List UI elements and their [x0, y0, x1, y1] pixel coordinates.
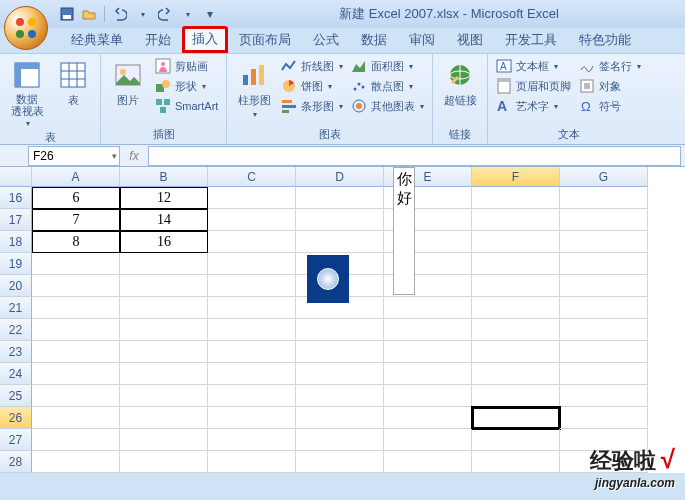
col-header-F[interactable]: F: [472, 167, 560, 187]
tab-special[interactable]: 特色功能: [568, 26, 642, 53]
pivot-table-button[interactable]: 数据 透视表 ▾: [6, 57, 48, 130]
clipart-button[interactable]: 剪贴画: [153, 57, 220, 75]
vertical-textbox[interactable]: 你 好: [393, 167, 415, 295]
cell[interactable]: [296, 341, 384, 363]
cell[interactable]: [560, 231, 648, 253]
headerfooter-button[interactable]: 页眉和页脚: [494, 77, 573, 95]
cell[interactable]: [296, 363, 384, 385]
row-header[interactable]: 22: [0, 319, 32, 341]
row-header[interactable]: 26: [0, 407, 32, 429]
cell[interactable]: [32, 253, 120, 275]
office-button[interactable]: [4, 6, 48, 50]
smartart-button[interactable]: SmartArt: [153, 97, 220, 115]
name-box[interactable]: F26 ▾: [28, 146, 120, 166]
cell[interactable]: [560, 385, 648, 407]
cell[interactable]: [560, 341, 648, 363]
tab-review[interactable]: 审阅: [398, 26, 446, 53]
tab-dev[interactable]: 开发工具: [494, 26, 568, 53]
cell[interactable]: [208, 385, 296, 407]
col-header-D[interactable]: D: [296, 167, 384, 187]
undo-icon[interactable]: [111, 5, 129, 23]
cell[interactable]: [120, 363, 208, 385]
cell[interactable]: [472, 319, 560, 341]
cell-B16[interactable]: 12: [120, 187, 208, 209]
area-chart-button[interactable]: 面积图▾: [349, 57, 426, 75]
picture-button[interactable]: 图片: [107, 57, 149, 110]
cell[interactable]: [296, 187, 384, 209]
cell[interactable]: [32, 319, 120, 341]
shapes-button[interactable]: 形状 ▾: [153, 77, 220, 95]
cell[interactable]: [208, 297, 296, 319]
cell-B18[interactable]: 16: [120, 231, 208, 253]
col-header-B[interactable]: B: [120, 167, 208, 187]
cell-B17[interactable]: 14: [120, 209, 208, 231]
cell[interactable]: [384, 407, 472, 429]
cell[interactable]: [208, 275, 296, 297]
cell[interactable]: [560, 209, 648, 231]
cell[interactable]: [120, 429, 208, 451]
row-header[interactable]: 17: [0, 209, 32, 231]
cell[interactable]: [296, 209, 384, 231]
redo-icon[interactable]: [156, 5, 174, 23]
cell[interactable]: [472, 341, 560, 363]
tab-insert[interactable]: 插入: [182, 26, 228, 53]
col-header-G[interactable]: G: [560, 167, 648, 187]
cell[interactable]: [296, 451, 384, 473]
cell[interactable]: [32, 363, 120, 385]
row-header[interactable]: 18: [0, 231, 32, 253]
symbol-button[interactable]: Ω符号: [577, 97, 643, 115]
bar-chart-button[interactable]: 条形图▾: [279, 97, 345, 115]
cell[interactable]: [384, 341, 472, 363]
cell-A18[interactable]: 8: [32, 231, 120, 253]
cell[interactable]: [32, 297, 120, 319]
cell[interactable]: [208, 407, 296, 429]
col-header-A[interactable]: A: [32, 167, 120, 187]
cell[interactable]: [560, 407, 648, 429]
cell[interactable]: [208, 231, 296, 253]
cell[interactable]: [296, 231, 384, 253]
tab-formula[interactable]: 公式: [302, 26, 350, 53]
cell[interactable]: [208, 319, 296, 341]
row-header[interactable]: 23: [0, 341, 32, 363]
formula-input[interactable]: [148, 146, 681, 166]
tab-home[interactable]: 开始: [134, 26, 182, 53]
table-button[interactable]: 表: [52, 57, 94, 110]
object-button[interactable]: 对象: [577, 77, 643, 95]
cell-A17[interactable]: 7: [32, 209, 120, 231]
cell[interactable]: [560, 319, 648, 341]
cell[interactable]: [120, 297, 208, 319]
cell[interactable]: [208, 209, 296, 231]
cell[interactable]: [120, 451, 208, 473]
other-chart-button[interactable]: 其他图表▾: [349, 97, 426, 115]
hyperlink-button[interactable]: 超链接: [439, 57, 481, 110]
namebox-dropdown-icon[interactable]: ▾: [112, 151, 117, 161]
tab-classic[interactable]: 经典菜单: [60, 26, 134, 53]
open-icon[interactable]: [80, 5, 98, 23]
cell[interactable]: [208, 187, 296, 209]
select-all-corner[interactable]: [0, 167, 32, 187]
row-header[interactable]: 25: [0, 385, 32, 407]
cell[interactable]: [32, 407, 120, 429]
cell[interactable]: [472, 253, 560, 275]
row-header[interactable]: 21: [0, 297, 32, 319]
cell[interactable]: [120, 275, 208, 297]
row-header[interactable]: 28: [0, 451, 32, 473]
cell[interactable]: [472, 209, 560, 231]
cell[interactable]: [560, 253, 648, 275]
textbox-button[interactable]: A文本框▾: [494, 57, 573, 75]
cell[interactable]: [208, 451, 296, 473]
fx-icon[interactable]: fx: [124, 147, 144, 165]
cell[interactable]: [296, 407, 384, 429]
cell[interactable]: [472, 297, 560, 319]
pie-chart-button[interactable]: 饼图▾: [279, 77, 345, 95]
cell[interactable]: [384, 297, 472, 319]
cell-F26-active[interactable]: [472, 407, 560, 429]
qat-customize-icon[interactable]: ▾: [201, 5, 219, 23]
cell[interactable]: [384, 451, 472, 473]
cell[interactable]: [472, 451, 560, 473]
tab-layout[interactable]: 页面布局: [228, 26, 302, 53]
cell[interactable]: [560, 187, 648, 209]
cell[interactable]: [296, 385, 384, 407]
row-header[interactable]: 19: [0, 253, 32, 275]
row-header[interactable]: 20: [0, 275, 32, 297]
